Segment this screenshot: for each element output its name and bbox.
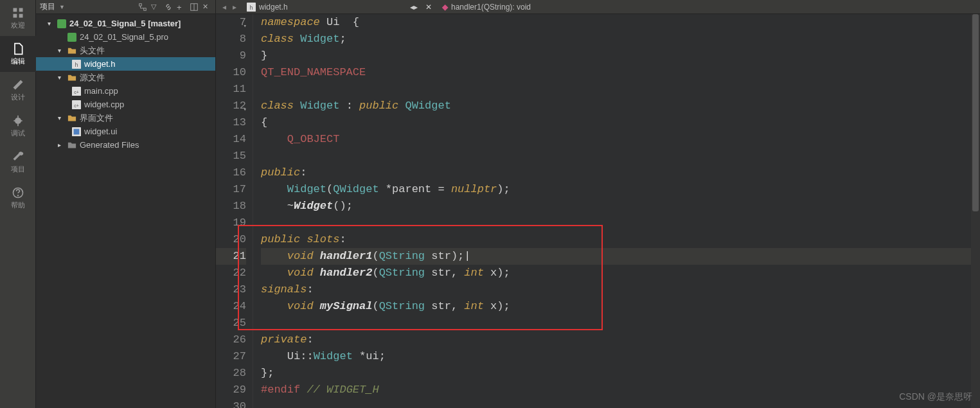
svg-point-10 [18,195,19,195]
code-line[interactable]: class Widget : public QWidget [261,98,980,114]
scrollbar-thumb[interactable] [972,14,979,211]
code-line[interactable]: }; [261,365,980,382]
nav-edit[interactable]: 编辑 [0,36,36,72]
h-file-icon: h [72,60,81,69]
tree-folder-sources[interactable]: ▾ 源文件 [36,71,215,84]
code-line[interactable]: #endif // WIDGET_H [261,382,980,398]
help-icon [12,186,24,199]
tree-label: Generated Files [80,140,139,150]
tree-file-widget-cpp[interactable]: c+ widget.cpp [36,98,215,111]
split-icon[interactable] [190,3,199,12]
line-number: 7▾ [216,14,246,31]
tab-label: widget.h [259,3,288,12]
code-line[interactable]: public slots: [261,231,980,248]
code-line[interactable]: void mySignal(QString str, int x); [261,298,980,315]
tree-folder-forms[interactable]: ▾ 界面文件 [36,111,215,125]
code-line[interactable]: } [261,48,980,64]
close-icon[interactable]: ✕ [202,3,211,12]
cpp-file-icon: c+ [72,100,81,109]
line-number: 12▾ [216,98,246,114]
line-number: 16 [216,164,246,181]
line-number: 23 [216,281,246,298]
editor-tabbar: ◂ ▸ h widget.h ◂▸ ✕ ◆ handler1(QString):… [216,0,980,14]
code-line[interactable]: { [261,114,980,131]
tab-dropdown-icon[interactable]: ◂▸ [407,3,420,12]
line-number: 18 [216,198,246,215]
line-number: 14 [216,131,246,148]
nav-welcome[interactable]: 欢迎 [0,0,36,36]
svg-text:c+: c+ [74,103,79,107]
tree-label: 源文件 [80,72,105,84]
code-line[interactable]: Widget(QWidget *parent = nullptr); [261,181,980,198]
code-content[interactable]: namespace Ui {class Widget;}QT_END_NAMES… [253,14,980,408]
tree-folder-headers[interactable]: ▾ 头文件 [36,44,215,57]
code-line[interactable]: signals: [261,281,980,298]
folder-icon [67,141,76,150]
tree-label: 界面文件 [80,112,113,124]
code-line[interactable]: void handler1(QString str);| [261,248,980,265]
tree-label: 24_02_01_Signal_5 [master] [69,19,181,28]
nav-label: 调试 [11,129,25,138]
tree-profile[interactable]: 24_02_01_Signal_5.pro [36,30,215,44]
code-line[interactable]: Ui::Widget *ui; [261,348,980,365]
line-number: 8 [216,31,246,48]
line-number: 11 [216,81,246,98]
svg-rect-3 [19,13,23,17]
code-line[interactable] [261,148,980,164]
nav-projects[interactable]: 项目 [0,144,36,180]
code-area[interactable]: 7▾89101112▾13141516171819202122232425262… [216,14,980,408]
project-header: 项目 ▼ ▽ + ✕ [36,0,215,14]
svg-text:h: h [75,61,78,67]
scrollbar-vertical[interactable] [971,14,980,408]
fold-icon[interactable]: ▾ [240,102,247,108]
project-panel: 项目 ▼ ▽ + ✕ ▾ 24_02_01_Signal_5 [master] … [36,0,216,408]
fold-icon[interactable]: ▾ [240,18,247,24]
symbol-crumb[interactable]: ◆ handler1(QString): void [437,3,536,12]
code-line[interactable]: Q_OBJECT [261,131,980,148]
line-number: 26 [216,332,246,348]
line-number: 17 [216,181,246,198]
code-line[interactable] [261,398,980,408]
line-number: 30 [216,398,246,408]
nav-rail: 欢迎 编辑 设计 调试 项目 帮助 [0,0,36,408]
svg-rect-15 [57,19,66,28]
nav-help[interactable]: 帮助 [0,180,36,216]
line-number: 9 [216,48,246,64]
file-tab[interactable]: h widget.h [240,0,294,14]
link-icon[interactable] [164,3,173,12]
tree-icon[interactable] [138,3,147,12]
code-line[interactable] [261,315,980,332]
svg-rect-2 [13,13,17,17]
forward-icon[interactable]: ▸ [230,3,239,12]
back-icon[interactable]: ◂ [220,3,229,12]
tree-file-widget-h[interactable]: h widget.h [36,57,215,71]
tree-label: 24_02_01_Signal_5.pro [80,32,168,42]
code-line[interactable]: namespace Ui { [261,14,980,31]
pro-icon [67,33,76,42]
nav-debug[interactable]: 调试 [0,108,36,144]
tree-root[interactable]: ▾ 24_02_01_Signal_5 [master] [36,17,215,30]
tree-file-widget-ui[interactable]: widget.ui [36,125,215,138]
code-line[interactable] [261,215,980,231]
code-line[interactable]: class Widget; [261,31,980,48]
line-number: 24 [216,298,246,315]
plus-icon[interactable]: + [177,3,186,12]
line-number: 21 [216,248,246,265]
tree-file-main-cpp[interactable]: c+ main.cpp [36,84,215,98]
code-line[interactable]: ~Widget(); [261,198,980,215]
svg-rect-0 [13,8,17,12]
filter-icon[interactable]: ▽ [151,3,160,12]
line-number: 13 [216,114,246,131]
svg-rect-24 [74,129,80,134]
tree-label: main.cpp [84,86,118,96]
code-line[interactable]: void handler2(QString str, int x); [261,265,980,281]
line-number: 20 [216,231,246,248]
tree-folder-generated[interactable]: ▸ Generated Files [36,138,215,152]
nav-design[interactable]: 设计 [0,72,36,108]
close-icon[interactable]: ✕ [422,3,436,12]
code-line[interactable]: private: [261,332,980,348]
nav-label: 帮助 [11,200,25,210]
code-line[interactable]: QT_END_NAMESPACE [261,64,980,81]
code-line[interactable]: public: [261,164,980,181]
code-line[interactable] [261,81,980,98]
